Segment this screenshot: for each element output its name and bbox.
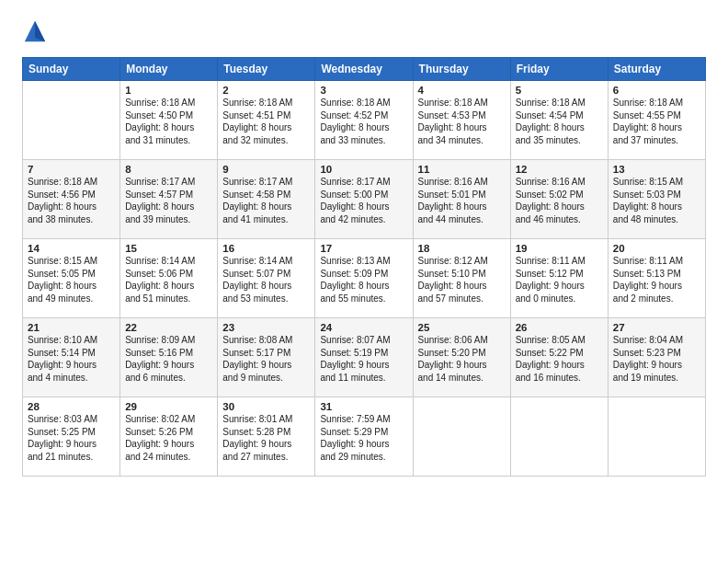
day-cell: 1Sunrise: 8:18 AM Sunset: 4:50 PM Daylig… <box>120 81 218 160</box>
day-number: 30 <box>222 401 310 412</box>
page: SundayMondayTuesdayWednesdayThursdayFrid… <box>0 0 728 491</box>
weekday-header-tuesday: Tuesday <box>218 58 315 81</box>
day-number: 19 <box>516 243 603 254</box>
day-cell: 26Sunrise: 8:05 AM Sunset: 5:22 PM Dayli… <box>510 318 608 397</box>
day-cell: 6Sunrise: 8:18 AM Sunset: 4:55 PM Daylig… <box>608 81 705 160</box>
day-info: Sunrise: 8:17 AM Sunset: 4:58 PM Dayligh… <box>222 176 310 225</box>
day-cell: 30Sunrise: 8:01 AM Sunset: 5:28 PM Dayli… <box>218 397 315 477</box>
day-number: 11 <box>418 164 506 175</box>
day-cell: 29Sunrise: 8:02 AM Sunset: 5:26 PM Dayli… <box>120 397 218 477</box>
day-info: Sunrise: 8:17 AM Sunset: 5:00 PM Dayligh… <box>320 176 407 225</box>
day-number: 27 <box>613 322 700 333</box>
day-cell: 12Sunrise: 8:16 AM Sunset: 5:02 PM Dayli… <box>510 160 608 239</box>
day-number: 3 <box>320 85 407 96</box>
day-cell <box>608 397 705 477</box>
week-row-5: 28Sunrise: 8:03 AM Sunset: 5:25 PM Dayli… <box>23 397 706 477</box>
day-cell: 20Sunrise: 8:11 AM Sunset: 5:13 PM Dayli… <box>608 239 705 318</box>
day-number: 5 <box>516 85 603 96</box>
day-cell: 31Sunrise: 7:59 AM Sunset: 5:29 PM Dayli… <box>315 397 413 477</box>
day-info: Sunrise: 8:13 AM Sunset: 5:09 PM Dayligh… <box>320 255 407 304</box>
day-cell: 18Sunrise: 8:12 AM Sunset: 5:10 PM Dayli… <box>413 239 510 318</box>
day-cell: 16Sunrise: 8:14 AM Sunset: 5:07 PM Dayli… <box>218 239 315 318</box>
day-number: 31 <box>320 401 407 412</box>
weekday-header-monday: Monday <box>120 58 218 81</box>
week-row-2: 7Sunrise: 8:18 AM Sunset: 4:56 PM Daylig… <box>23 160 706 239</box>
day-info: Sunrise: 8:03 AM Sunset: 5:25 PM Dayligh… <box>28 413 115 463</box>
day-info: Sunrise: 8:18 AM Sunset: 4:51 PM Dayligh… <box>222 97 310 146</box>
day-number: 9 <box>222 164 310 175</box>
day-cell: 19Sunrise: 8:11 AM Sunset: 5:12 PM Dayli… <box>510 239 608 318</box>
day-number: 6 <box>613 85 700 96</box>
day-info: Sunrise: 8:15 AM Sunset: 5:05 PM Dayligh… <box>28 255 115 304</box>
day-cell: 17Sunrise: 8:13 AM Sunset: 5:09 PM Dayli… <box>315 239 413 318</box>
day-info: Sunrise: 8:18 AM Sunset: 4:50 PM Dayligh… <box>125 97 212 146</box>
weekday-header-wednesday: Wednesday <box>315 58 413 81</box>
day-number: 15 <box>125 243 212 254</box>
day-info: Sunrise: 8:08 AM Sunset: 5:17 PM Dayligh… <box>222 334 310 384</box>
day-cell: 2Sunrise: 8:18 AM Sunset: 4:51 PM Daylig… <box>218 81 315 160</box>
day-number: 26 <box>516 322 603 333</box>
day-cell: 15Sunrise: 8:14 AM Sunset: 5:06 PM Dayli… <box>120 239 218 318</box>
day-cell: 9Sunrise: 8:17 AM Sunset: 4:58 PM Daylig… <box>218 160 315 239</box>
day-info: Sunrise: 8:04 AM Sunset: 5:23 PM Dayligh… <box>613 334 700 384</box>
day-number: 23 <box>222 322 310 333</box>
weekday-header-row: SundayMondayTuesdayWednesdayThursdayFrid… <box>23 58 706 81</box>
weekday-header-thursday: Thursday <box>413 58 510 81</box>
day-number: 13 <box>613 164 700 175</box>
day-cell: 25Sunrise: 8:06 AM Sunset: 5:20 PM Dayli… <box>413 318 510 397</box>
week-row-4: 21Sunrise: 8:10 AM Sunset: 5:14 PM Dayli… <box>23 318 706 397</box>
day-number: 4 <box>418 85 506 96</box>
day-info: Sunrise: 8:06 AM Sunset: 5:20 PM Dayligh… <box>418 334 506 384</box>
day-number: 2 <box>222 85 310 96</box>
day-info: Sunrise: 8:16 AM Sunset: 5:02 PM Dayligh… <box>516 176 603 225</box>
day-cell: 28Sunrise: 8:03 AM Sunset: 5:25 PM Dayli… <box>23 397 120 477</box>
day-info: Sunrise: 7:59 AM Sunset: 5:29 PM Dayligh… <box>320 413 407 463</box>
day-info: Sunrise: 8:02 AM Sunset: 5:26 PM Dayligh… <box>125 413 212 463</box>
weekday-header-sunday: Sunday <box>23 58 120 81</box>
day-cell: 24Sunrise: 8:07 AM Sunset: 5:19 PM Dayli… <box>315 318 413 397</box>
day-cell: 11Sunrise: 8:16 AM Sunset: 5:01 PM Dayli… <box>413 160 510 239</box>
day-info: Sunrise: 8:14 AM Sunset: 5:07 PM Dayligh… <box>222 255 310 304</box>
day-number: 20 <box>613 243 700 254</box>
day-info: Sunrise: 8:15 AM Sunset: 5:03 PM Dayligh… <box>613 176 700 225</box>
day-info: Sunrise: 8:10 AM Sunset: 5:14 PM Dayligh… <box>28 334 115 384</box>
day-cell: 27Sunrise: 8:04 AM Sunset: 5:23 PM Dayli… <box>608 318 705 397</box>
day-info: Sunrise: 8:12 AM Sunset: 5:10 PM Dayligh… <box>418 255 506 304</box>
day-number: 8 <box>125 164 212 175</box>
day-cell: 8Sunrise: 8:17 AM Sunset: 4:57 PM Daylig… <box>120 160 218 239</box>
day-cell <box>510 397 608 477</box>
day-info: Sunrise: 8:18 AM Sunset: 4:56 PM Dayligh… <box>28 176 115 225</box>
day-number: 21 <box>28 322 115 333</box>
day-number: 22 <box>125 322 212 333</box>
day-info: Sunrise: 8:09 AM Sunset: 5:16 PM Dayligh… <box>125 334 212 384</box>
day-number: 1 <box>125 85 212 96</box>
day-number: 12 <box>516 164 603 175</box>
day-number: 24 <box>320 322 407 333</box>
calendar-table: SundayMondayTuesdayWednesdayThursdayFrid… <box>22 57 706 477</box>
day-info: Sunrise: 8:01 AM Sunset: 5:28 PM Dayligh… <box>222 413 310 463</box>
day-number: 29 <box>125 401 212 412</box>
day-info: Sunrise: 8:11 AM Sunset: 5:12 PM Dayligh… <box>516 255 603 304</box>
day-cell: 22Sunrise: 8:09 AM Sunset: 5:16 PM Dayli… <box>120 318 218 397</box>
logo-icon <box>22 18 48 44</box>
day-info: Sunrise: 8:16 AM Sunset: 5:01 PM Dayligh… <box>418 176 506 225</box>
day-cell: 14Sunrise: 8:15 AM Sunset: 5:05 PM Dayli… <box>23 239 120 318</box>
day-cell <box>413 397 510 477</box>
day-cell: 13Sunrise: 8:15 AM Sunset: 5:03 PM Dayli… <box>608 160 705 239</box>
day-number: 18 <box>418 243 506 254</box>
day-info: Sunrise: 8:18 AM Sunset: 4:52 PM Dayligh… <box>320 97 407 146</box>
day-number: 7 <box>28 164 115 175</box>
day-info: Sunrise: 8:11 AM Sunset: 5:13 PM Dayligh… <box>613 255 700 304</box>
day-number: 25 <box>418 322 506 333</box>
day-cell: 5Sunrise: 8:18 AM Sunset: 4:54 PM Daylig… <box>510 81 608 160</box>
weekday-header-friday: Friday <box>510 58 608 81</box>
day-info: Sunrise: 8:18 AM Sunset: 4:54 PM Dayligh… <box>516 97 603 146</box>
day-info: Sunrise: 8:17 AM Sunset: 4:57 PM Dayligh… <box>125 176 212 225</box>
day-cell: 10Sunrise: 8:17 AM Sunset: 5:00 PM Dayli… <box>315 160 413 239</box>
day-info: Sunrise: 8:18 AM Sunset: 4:53 PM Dayligh… <box>418 97 506 146</box>
day-number: 28 <box>28 401 115 412</box>
day-number: 17 <box>320 243 407 254</box>
day-cell <box>23 81 120 160</box>
day-info: Sunrise: 8:18 AM Sunset: 4:55 PM Dayligh… <box>613 97 700 146</box>
week-row-1: 1Sunrise: 8:18 AM Sunset: 4:50 PM Daylig… <box>23 81 706 160</box>
